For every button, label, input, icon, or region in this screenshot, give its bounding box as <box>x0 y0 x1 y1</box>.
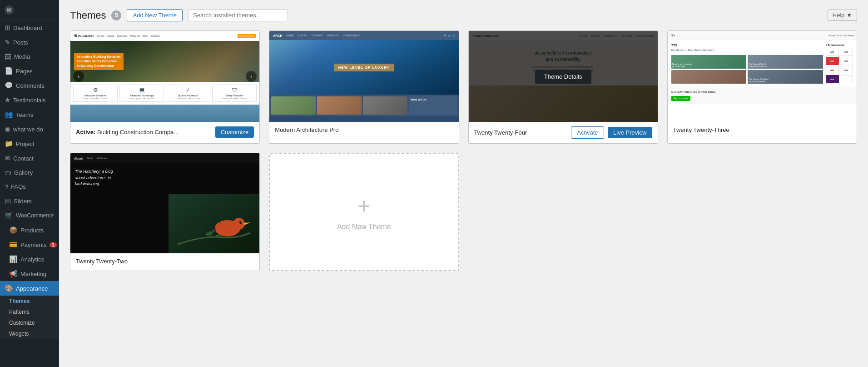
analytics-icon: 📊 <box>9 255 18 263</box>
preview-features: ⚙ Innovative Solutions Lorem ipsum dolor… <box>70 82 259 105</box>
sidebar-item-teams[interactable]: 👥 Teams <box>0 107 59 122</box>
main-content: Themes 5 Add New Theme Help ▼ 🏗 BuilderP… <box>59 0 868 367</box>
search-themes-input[interactable] <box>188 9 288 21</box>
tt3-palette: Aa▾ Aa▾ Aa▾ Aa▾ Aa▾ Aa▾ Aa▾ <box>826 48 853 83</box>
sidebar-item-pages[interactable]: 📄 Pages <box>0 64 59 78</box>
sidebar-item-appearance[interactable]: 🎨 Appearance <box>0 281 59 296</box>
comments-icon: 💬 <box>5 81 13 90</box>
sidebar-item-payments[interactable]: 💳 Payments 1 <box>0 237 59 252</box>
sidebar-item-contact[interactable]: ✉ Contact <box>0 151 59 166</box>
sidebar-item-label: Appearance <box>16 285 48 292</box>
preview-nav-tt2: About Birds All Posts <box>70 153 259 163</box>
theme-card-building-construction[interactable]: 🏗 BuilderPro Home About Services Project… <box>70 30 260 144</box>
theme-card-twenty-twenty-three[interactable]: TT3 AboutBirdsAll Posts TTS Mindblown: a… <box>667 30 857 144</box>
feature-item: ⚙ Innovative Solutions Lorem ipsum dolor… <box>73 85 118 102</box>
payments-badge: 1 <box>50 242 57 247</box>
faqs-icon: ? <box>5 183 8 191</box>
sidebar-item-dashboard[interactable]: ⊞ Dashboard <box>0 20 59 35</box>
help-button[interactable]: Help ▼ <box>828 10 857 21</box>
sidebar-item-patterns[interactable]: Patterns <box>0 307 59 317</box>
active-text: Active: <box>76 129 95 136</box>
sidebar-item-products[interactable]: 📦 Products <box>0 223 59 237</box>
sidebar-item-label: Posts <box>13 39 28 46</box>
preview-hero: Innovative Building Materials Essential … <box>70 41 259 82</box>
sidebar-item-label: what we do <box>13 126 43 133</box>
feature-item: ✓ Quality Assurance Lorem ipsum dolor si… <box>166 85 210 102</box>
hero-text: Innovative Building Materials Essential … <box>74 53 124 70</box>
sidebar-item-label: Analytics <box>20 256 44 263</box>
tt3-left: TTS Mindblown: a blog about philosophy. … <box>671 44 823 84</box>
sidebar-item-sliders[interactable]: ▤ Sliders <box>0 194 59 208</box>
theme-card-footer-active: Active: Building Construction Compa... C… <box>70 122 259 142</box>
theme-preview-tt2: About Birds All Posts The Hatchery: a bl… <box>70 153 259 253</box>
sidebar-item-woocommerce[interactable]: 🛒 WooCommerce <box>0 208 59 223</box>
sidebar-item-label: Products <box>20 227 44 234</box>
preview-bottom-arch: What We Do <box>269 95 458 116</box>
appearance-icon: 🎨 <box>5 284 13 292</box>
sidebar-item-gallery[interactable]: 🗃 Gallery <box>0 166 59 180</box>
theme-name: Modern Architecture Pro <box>275 126 338 133</box>
sidebar-item-label: Media <box>14 53 30 60</box>
preview-nav-arch: ARCH HOMEPOSTSCONTACTHISTORYCATEGORIES 🔍… <box>269 31 458 40</box>
sidebar-item-label: FAQs <box>11 183 26 190</box>
feature-item: 🛡 Safety Protocols Lorem ipsum dolor sit… <box>212 85 257 102</box>
theme-name: Twenty Twenty-Two <box>76 258 128 265</box>
preview-nav-tt3: TT3 AboutBirdsAll Posts <box>668 31 857 40</box>
theme-preview-architecture: ARCH HOMEPOSTSCONTACTHISTORYCATEGORIES 🔍… <box>269 31 458 122</box>
theme-preview-tt3: TT3 AboutBirdsAll Posts TTS Mindblown: a… <box>668 31 857 122</box>
add-new-theme-button[interactable]: Add New Theme <box>127 9 183 21</box>
sidebar-item-analytics[interactable]: 📊 Analytics <box>0 252 59 266</box>
feature-item: 💻 Advanced Technology Lorem ipsum dolor … <box>119 85 164 102</box>
activate-button[interactable]: Activate <box>571 126 604 139</box>
theme-card-modern-architecture[interactable]: ARCH HOMEPOSTSCONTACTHISTORYCATEGORIES 🔍… <box>269 30 459 144</box>
theme-actions: Activate Live Preview <box>571 126 652 139</box>
preview-hero-tt2: The Hatchery: a blogabout adventures inb… <box>70 163 259 193</box>
sidebar-item-testimonials[interactable]: ★ Testimonials <box>0 93 59 107</box>
theme-preview-tt4: Twenty Twenty-Four HOMEPOSTSCONTACTHISTO… <box>469 31 658 122</box>
what-we-do-icon: ◉ <box>5 125 10 133</box>
sidebar-sub-label: Themes <box>9 298 30 304</box>
appearance-submenu: Themes Patterns Customize Widgets <box>0 296 59 339</box>
sidebar-item-project[interactable]: 📁 Project <box>0 136 59 151</box>
theme-details-button[interactable]: Theme Details <box>535 70 591 84</box>
testimonials-icon: ★ <box>5 96 10 104</box>
bird-svg <box>169 194 259 253</box>
sidebar-item-label: Testimonials <box>13 97 46 104</box>
wordpress-icon: W <box>5 5 14 15</box>
svg-point-4 <box>241 221 242 222</box>
sidebar-item-posts[interactable]: ✎ Posts <box>0 35 59 50</box>
project-icon: 📁 <box>5 140 13 148</box>
sidebar-item-marketing[interactable]: 📢 Marketing <box>0 266 59 281</box>
preview-hero-arch: NEW LEVEL OF LUXURY <box>269 40 458 95</box>
contact-icon: ✉ <box>5 154 10 162</box>
customize-button[interactable]: Customize <box>215 126 254 138</box>
sidebar-item-faqs[interactable]: ? FAQs <box>0 180 59 194</box>
carousel-next-button[interactable]: › <box>246 71 257 82</box>
sidebar-item-themes[interactable]: Themes <box>0 296 59 307</box>
themes-grid: 🏗 BuilderPro Home About Services Project… <box>70 30 857 271</box>
page-header: Themes 5 Add New Theme Help ▼ <box>70 9 857 21</box>
live-preview-button[interactable]: Live Preview <box>608 127 652 138</box>
sidebar-item-customize[interactable]: Customize <box>0 317 59 328</box>
sidebar-item-comments[interactable]: 💬 Comments <box>0 78 59 93</box>
sidebar-item-widgets[interactable]: Widgets <box>0 328 59 339</box>
theme-card-footer-tt3: Twenty Twenty-Three <box>668 122 857 138</box>
page-title: Themes <box>70 10 106 21</box>
theme-card-twenty-twenty-four[interactable]: Twenty Twenty-Four HOMEPOSTSCONTACTHISTO… <box>468 30 658 144</box>
theme-card-twenty-twenty-two[interactable]: About Birds All Posts The Hatchery: a bl… <box>70 153 260 271</box>
sidebar-item-media[interactable]: 🖼 Media <box>0 50 59 64</box>
tt3-books: Naming and necessityby Saul Kripke The S… <box>671 55 823 84</box>
bird-area <box>169 194 259 253</box>
theme-count-badge: 5 <box>111 10 121 20</box>
add-new-theme-label: Add New Theme <box>337 223 391 231</box>
wp-logo: W <box>0 0 59 20</box>
tt3-newsletter: Get daily reflections in your inbox. Sig… <box>668 87 857 104</box>
theme-card-footer-arch: Modern Architecture Pro <box>269 122 458 138</box>
theme-name: Twenty Twenty-Four <box>474 129 527 136</box>
sidebar: W ⊞ Dashboard ✎ Posts 🖼 Media 📄 Pages 💬 … <box>0 0 59 367</box>
carousel-prev-button[interactable]: ‹ <box>73 71 84 82</box>
add-new-theme-card[interactable]: + Add New Theme <box>269 153 459 271</box>
media-icon: 🖼 <box>5 53 11 60</box>
active-label: Active: Building Construction Compa... <box>76 129 179 136</box>
sidebar-item-what-we-do[interactable]: ◉ what we do <box>0 122 59 136</box>
